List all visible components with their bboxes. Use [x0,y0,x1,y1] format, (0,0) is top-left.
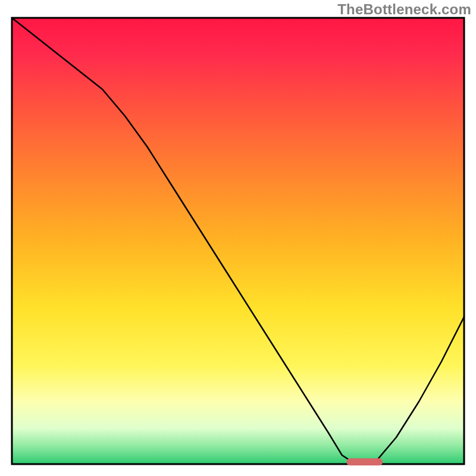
plot-background [12,18,464,464]
bottleneck-chart [0,0,476,476]
watermark-text: TheBottleneck.com [337,1,471,18]
chart-container: TheBottleneck.com [0,0,476,476]
sweet-spot-bar [346,458,383,465]
